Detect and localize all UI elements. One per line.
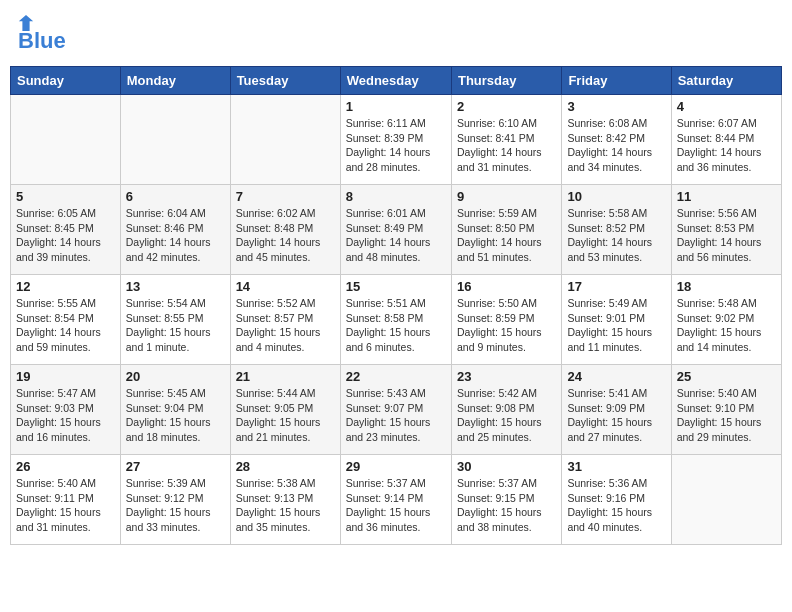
calendar-week-row: 19Sunrise: 5:47 AMSunset: 9:03 PMDayligh… xyxy=(11,365,782,455)
day-info: Sunrise: 5:44 AMSunset: 9:05 PMDaylight:… xyxy=(236,386,335,445)
day-info: Sunrise: 6:10 AMSunset: 8:41 PMDaylight:… xyxy=(457,116,556,175)
day-info: Sunrise: 5:58 AMSunset: 8:52 PMDaylight:… xyxy=(567,206,665,265)
calendar-cell xyxy=(11,95,121,185)
day-number: 3 xyxy=(567,99,665,114)
calendar-cell: 3Sunrise: 6:08 AMSunset: 8:42 PMDaylight… xyxy=(562,95,671,185)
day-info: Sunrise: 5:48 AMSunset: 9:02 PMDaylight:… xyxy=(677,296,776,355)
day-info: Sunrise: 6:08 AMSunset: 8:42 PMDaylight:… xyxy=(567,116,665,175)
calendar-cell: 27Sunrise: 5:39 AMSunset: 9:12 PMDayligh… xyxy=(120,455,230,545)
day-number: 16 xyxy=(457,279,556,294)
calendar-cell: 25Sunrise: 5:40 AMSunset: 9:10 PMDayligh… xyxy=(671,365,781,455)
calendar-cell: 4Sunrise: 6:07 AMSunset: 8:44 PMDaylight… xyxy=(671,95,781,185)
day-number: 10 xyxy=(567,189,665,204)
day-info: Sunrise: 5:52 AMSunset: 8:57 PMDaylight:… xyxy=(236,296,335,355)
weekday-header-wednesday: Wednesday xyxy=(340,67,451,95)
day-info: Sunrise: 5:40 AMSunset: 9:11 PMDaylight:… xyxy=(16,476,115,535)
day-number: 20 xyxy=(126,369,225,384)
day-number: 13 xyxy=(126,279,225,294)
day-number: 31 xyxy=(567,459,665,474)
logo: Blue xyxy=(16,14,66,54)
day-info: Sunrise: 6:01 AMSunset: 8:49 PMDaylight:… xyxy=(346,206,446,265)
day-info: Sunrise: 5:59 AMSunset: 8:50 PMDaylight:… xyxy=(457,206,556,265)
weekday-header-thursday: Thursday xyxy=(451,67,561,95)
weekday-header-monday: Monday xyxy=(120,67,230,95)
day-number: 12 xyxy=(16,279,115,294)
calendar-cell: 5Sunrise: 6:05 AMSunset: 8:45 PMDaylight… xyxy=(11,185,121,275)
calendar-week-row: 5Sunrise: 6:05 AMSunset: 8:45 PMDaylight… xyxy=(11,185,782,275)
day-number: 14 xyxy=(236,279,335,294)
day-info: Sunrise: 5:49 AMSunset: 9:01 PMDaylight:… xyxy=(567,296,665,355)
calendar-cell: 21Sunrise: 5:44 AMSunset: 9:05 PMDayligh… xyxy=(230,365,340,455)
day-number: 23 xyxy=(457,369,556,384)
calendar-cell: 14Sunrise: 5:52 AMSunset: 8:57 PMDayligh… xyxy=(230,275,340,365)
calendar-cell: 16Sunrise: 5:50 AMSunset: 8:59 PMDayligh… xyxy=(451,275,561,365)
weekday-header-row: SundayMondayTuesdayWednesdayThursdayFrid… xyxy=(11,67,782,95)
logo-blue-text: Blue xyxy=(18,28,66,54)
calendar-cell: 18Sunrise: 5:48 AMSunset: 9:02 PMDayligh… xyxy=(671,275,781,365)
day-number: 7 xyxy=(236,189,335,204)
calendar-cell: 19Sunrise: 5:47 AMSunset: 9:03 PMDayligh… xyxy=(11,365,121,455)
day-info: Sunrise: 5:42 AMSunset: 9:08 PMDaylight:… xyxy=(457,386,556,445)
weekday-header-friday: Friday xyxy=(562,67,671,95)
calendar-cell: 29Sunrise: 5:37 AMSunset: 9:14 PMDayligh… xyxy=(340,455,451,545)
calendar-cell: 8Sunrise: 6:01 AMSunset: 8:49 PMDaylight… xyxy=(340,185,451,275)
day-number: 8 xyxy=(346,189,446,204)
day-info: Sunrise: 5:55 AMSunset: 8:54 PMDaylight:… xyxy=(16,296,115,355)
calendar-week-row: 26Sunrise: 5:40 AMSunset: 9:11 PMDayligh… xyxy=(11,455,782,545)
day-number: 30 xyxy=(457,459,556,474)
day-info: Sunrise: 5:40 AMSunset: 9:10 PMDaylight:… xyxy=(677,386,776,445)
calendar-cell: 20Sunrise: 5:45 AMSunset: 9:04 PMDayligh… xyxy=(120,365,230,455)
day-number: 22 xyxy=(346,369,446,384)
day-number: 18 xyxy=(677,279,776,294)
calendar-cell: 10Sunrise: 5:58 AMSunset: 8:52 PMDayligh… xyxy=(562,185,671,275)
day-number: 1 xyxy=(346,99,446,114)
day-number: 28 xyxy=(236,459,335,474)
calendar-cell xyxy=(230,95,340,185)
calendar-cell: 13Sunrise: 5:54 AMSunset: 8:55 PMDayligh… xyxy=(120,275,230,365)
calendar-cell: 22Sunrise: 5:43 AMSunset: 9:07 PMDayligh… xyxy=(340,365,451,455)
day-info: Sunrise: 5:51 AMSunset: 8:58 PMDaylight:… xyxy=(346,296,446,355)
day-info: Sunrise: 5:43 AMSunset: 9:07 PMDaylight:… xyxy=(346,386,446,445)
day-info: Sunrise: 6:05 AMSunset: 8:45 PMDaylight:… xyxy=(16,206,115,265)
weekday-header-sunday: Sunday xyxy=(11,67,121,95)
calendar-table: SundayMondayTuesdayWednesdayThursdayFrid… xyxy=(10,66,782,545)
day-info: Sunrise: 5:41 AMSunset: 9:09 PMDaylight:… xyxy=(567,386,665,445)
calendar-cell: 24Sunrise: 5:41 AMSunset: 9:09 PMDayligh… xyxy=(562,365,671,455)
day-info: Sunrise: 5:47 AMSunset: 9:03 PMDaylight:… xyxy=(16,386,115,445)
day-info: Sunrise: 6:04 AMSunset: 8:46 PMDaylight:… xyxy=(126,206,225,265)
weekday-header-tuesday: Tuesday xyxy=(230,67,340,95)
day-info: Sunrise: 6:11 AMSunset: 8:39 PMDaylight:… xyxy=(346,116,446,175)
calendar-cell: 6Sunrise: 6:04 AMSunset: 8:46 PMDaylight… xyxy=(120,185,230,275)
calendar-cell: 2Sunrise: 6:10 AMSunset: 8:41 PMDaylight… xyxy=(451,95,561,185)
calendar-cell: 26Sunrise: 5:40 AMSunset: 9:11 PMDayligh… xyxy=(11,455,121,545)
day-number: 21 xyxy=(236,369,335,384)
calendar-week-row: 12Sunrise: 5:55 AMSunset: 8:54 PMDayligh… xyxy=(11,275,782,365)
calendar-cell: 11Sunrise: 5:56 AMSunset: 8:53 PMDayligh… xyxy=(671,185,781,275)
day-number: 4 xyxy=(677,99,776,114)
day-number: 5 xyxy=(16,189,115,204)
page-header: Blue xyxy=(10,10,782,58)
calendar-cell: 23Sunrise: 5:42 AMSunset: 9:08 PMDayligh… xyxy=(451,365,561,455)
day-number: 27 xyxy=(126,459,225,474)
calendar-cell: 12Sunrise: 5:55 AMSunset: 8:54 PMDayligh… xyxy=(11,275,121,365)
day-number: 29 xyxy=(346,459,446,474)
day-info: Sunrise: 5:56 AMSunset: 8:53 PMDaylight:… xyxy=(677,206,776,265)
day-info: Sunrise: 5:39 AMSunset: 9:12 PMDaylight:… xyxy=(126,476,225,535)
day-info: Sunrise: 6:07 AMSunset: 8:44 PMDaylight:… xyxy=(677,116,776,175)
day-info: Sunrise: 5:54 AMSunset: 8:55 PMDaylight:… xyxy=(126,296,225,355)
day-number: 24 xyxy=(567,369,665,384)
calendar-cell: 31Sunrise: 5:36 AMSunset: 9:16 PMDayligh… xyxy=(562,455,671,545)
day-number: 2 xyxy=(457,99,556,114)
day-info: Sunrise: 5:36 AMSunset: 9:16 PMDaylight:… xyxy=(567,476,665,535)
day-info: Sunrise: 5:45 AMSunset: 9:04 PMDaylight:… xyxy=(126,386,225,445)
day-number: 6 xyxy=(126,189,225,204)
day-info: Sunrise: 5:50 AMSunset: 8:59 PMDaylight:… xyxy=(457,296,556,355)
day-number: 26 xyxy=(16,459,115,474)
calendar-cell: 9Sunrise: 5:59 AMSunset: 8:50 PMDaylight… xyxy=(451,185,561,275)
day-info: Sunrise: 6:02 AMSunset: 8:48 PMDaylight:… xyxy=(236,206,335,265)
day-number: 11 xyxy=(677,189,776,204)
calendar-cell xyxy=(671,455,781,545)
day-number: 19 xyxy=(16,369,115,384)
calendar-cell xyxy=(120,95,230,185)
calendar-cell: 30Sunrise: 5:37 AMSunset: 9:15 PMDayligh… xyxy=(451,455,561,545)
